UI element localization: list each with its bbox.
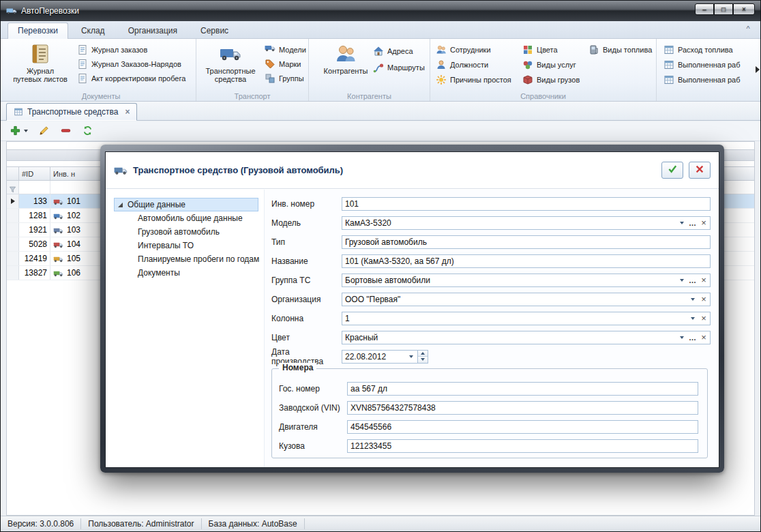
- date-spinner[interactable]: [418, 350, 428, 364]
- plate-number-field[interactable]: [347, 382, 698, 396]
- form-row-plate-number: Гос. номер: [279, 381, 698, 396]
- ribbon-item-addresses[interactable]: Адреса: [373, 44, 413, 58]
- organization-field[interactable]: ×: [342, 293, 711, 306]
- minimize-button[interactable]: –: [695, 3, 714, 15]
- clear-icon[interactable]: ×: [698, 312, 709, 325]
- type-input[interactable]: [345, 237, 709, 247]
- ribbon-scroll-right-icon[interactable]: [756, 66, 760, 73]
- column-field[interactable]: ×: [342, 312, 711, 325]
- tab-vehicles[interactable]: Транспортные средства ×: [6, 103, 137, 121]
- dialog-cancel-button[interactable]: [689, 162, 711, 179]
- tree-item-documents[interactable]: Документы: [106, 266, 264, 280]
- body-number-input[interactable]: [350, 441, 697, 451]
- dialog-form: Инв. номер Модель … ×: [264, 190, 719, 467]
- maximize-button[interactable]: □: [714, 3, 733, 15]
- ribbon-item-downtime-reasons[interactable]: Причины простоя: [436, 73, 511, 87]
- ribbon-item-employees[interactable]: Сотрудники: [436, 43, 491, 57]
- body-number-field[interactable]: [347, 439, 698, 453]
- tab-close-icon[interactable]: ×: [125, 107, 130, 117]
- clear-icon[interactable]: ×: [698, 331, 709, 344]
- ribbon-item-completed-work-1[interactable]: Выполненная раб: [663, 58, 741, 72]
- column-input[interactable]: [345, 314, 687, 323]
- big-button-waybill-journal[interactable]: Журнал путевых листов: [10, 42, 70, 85]
- production-date-input[interactable]: [345, 352, 406, 361]
- clear-icon[interactable]: ×: [698, 217, 709, 229]
- ribbon-tab-perevozki[interactable]: Перевозки: [8, 23, 68, 39]
- ribbon-item-cargo-types[interactable]: Виды грузов: [522, 73, 580, 87]
- ribbon-item-groups[interactable]: Группы: [265, 72, 304, 85]
- engine-number-input[interactable]: [350, 422, 697, 432]
- plate-number-input[interactable]: [350, 384, 697, 394]
- tree-item-auto-general[interactable]: Автомобиль общие данные: [106, 211, 264, 225]
- ribbon-item-models[interactable]: Модели: [265, 43, 306, 57]
- item-label: Выполненная раб: [678, 76, 741, 84]
- ribbon-item-positions[interactable]: Должности: [436, 58, 488, 72]
- vehicle-group-input[interactable]: [345, 276, 676, 285]
- edit-button[interactable]: [39, 125, 50, 136]
- color-input[interactable]: [345, 333, 676, 342]
- spin-up-icon[interactable]: [418, 351, 428, 357]
- tree-item-maintenance-intervals[interactable]: Интервалы ТО: [106, 239, 264, 252]
- dropdown-icon[interactable]: [676, 217, 687, 229]
- ribbon-item-colors[interactable]: Цвета: [522, 43, 558, 57]
- model-field[interactable]: … ×: [342, 216, 711, 230]
- spin-down-icon[interactable]: [418, 356, 428, 363]
- clear-icon[interactable]: ×: [698, 293, 709, 306]
- model-input[interactable]: [345, 218, 676, 228]
- ellipsis-icon[interactable]: …: [687, 274, 698, 286]
- ellipsis-icon[interactable]: …: [687, 217, 698, 229]
- ribbon-item-fuel-types[interactable]: Виды топлива: [588, 43, 652, 57]
- vin-input[interactable]: [350, 403, 697, 413]
- dropdown-icon[interactable]: [406, 351, 417, 363]
- sun-icon: [436, 74, 447, 85]
- dropdown-icon[interactable]: [676, 274, 687, 286]
- ribbon-item-routes[interactable]: Маршруты: [373, 61, 425, 74]
- ribbon-item-service-types[interactable]: Виды услуг: [522, 58, 576, 72]
- name-input[interactable]: [345, 256, 709, 266]
- ribbon-item-fuel-consumption[interactable]: Расход топлива: [663, 43, 733, 57]
- ellipsis-icon[interactable]: …: [687, 331, 698, 344]
- add-button[interactable]: [10, 125, 28, 136]
- type-field[interactable]: [342, 235, 711, 249]
- ribbon-tab-organizaciya[interactable]: Организация: [118, 23, 188, 39]
- ribbon-tab-servis[interactable]: Сервис: [190, 23, 239, 39]
- big-button-vehicles[interactable]: Транспортные средства: [200, 42, 260, 85]
- filter-cell[interactable]: [19, 181, 50, 194]
- ribbon-collapse-icon[interactable]: ^: [743, 24, 753, 35]
- field-label: Название: [271, 256, 342, 266]
- delete-button[interactable]: [61, 125, 72, 136]
- field-label: Гос. номер: [279, 384, 347, 394]
- dropdown-icon[interactable]: [676, 331, 687, 344]
- item-label: Виды топлива: [603, 46, 652, 54]
- dropdown-icon[interactable]: [687, 312, 698, 325]
- name-field[interactable]: [342, 254, 711, 268]
- item-label: Акт корректировки пробега: [91, 74, 185, 83]
- clear-icon[interactable]: ×: [698, 274, 709, 286]
- dropdown-icon[interactable]: [687, 293, 698, 306]
- tree-expander-icon[interactable]: [118, 203, 123, 207]
- tree-item-truck[interactable]: Грузовой автомобиль: [106, 225, 264, 239]
- ribbon-item-completed-work-2[interactable]: Выполненная раб: [663, 73, 741, 87]
- dialog-ok-button[interactable]: [661, 162, 683, 179]
- vehicle-group-field[interactable]: … ×: [342, 274, 711, 287]
- item-label: Маршруты: [387, 63, 425, 72]
- inv-number-input[interactable]: [345, 199, 709, 209]
- close-button[interactable]: ×: [733, 3, 755, 15]
- column-header-id[interactable]: #ID: [19, 167, 50, 180]
- inv-number-field[interactable]: [342, 197, 711, 211]
- ribbon-item-brands[interactable]: Марки: [265, 57, 301, 71]
- ribbon-item-order-journal[interactable]: Журнал заказов: [77, 43, 147, 57]
- big-button-contractors[interactable]: Контрагенты: [316, 42, 376, 76]
- journal-icon: [29, 43, 51, 65]
- ribbon-tab-sklad[interactable]: Склад: [71, 23, 115, 39]
- engine-number-field[interactable]: [347, 420, 698, 434]
- tree-item-general[interactable]: Общие данные: [114, 198, 258, 211]
- tree-item-planned-mileage[interactable]: Планируемые пробеги по годам: [106, 252, 264, 266]
- organization-input[interactable]: [345, 295, 687, 304]
- ribbon-item-mileage-correction[interactable]: Акт корректировки пробега: [77, 72, 185, 85]
- refresh-button[interactable]: [83, 125, 93, 136]
- color-field[interactable]: … ×: [342, 331, 711, 344]
- production-date-field[interactable]: [342, 350, 418, 364]
- vin-field[interactable]: [347, 401, 698, 415]
- ribbon-item-workorder-journal[interactable]: Журнал Заказов-Нарядов: [77, 57, 181, 71]
